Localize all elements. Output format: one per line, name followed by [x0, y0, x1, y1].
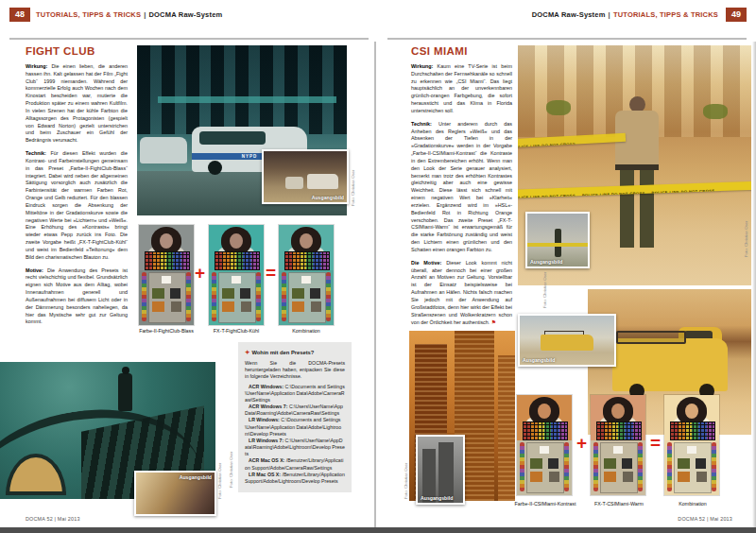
colour-dot-strip [638, 442, 643, 491]
header-divider: | [606, 10, 613, 19]
test-chart-board [218, 272, 256, 323]
preset-path-entry: LR Windows: C:\Documents and Settings\Us… [245, 417, 345, 438]
paragraph-wirkung: Wirkung: Die einen lieben, die anderen h… [26, 63, 128, 145]
colour-dot-strip [186, 272, 191, 321]
colour-checker-card [596, 421, 642, 440]
inset-caption: Ausgangsbild [312, 195, 344, 200]
test-chart-board [674, 442, 712, 493]
buildings-silhouette [137, 45, 347, 134]
running-header-left: TUTORIALS, TIPPS & TRICKS|DOCMA Raw-Syst… [36, 10, 222, 19]
preset-path-entry: ACR Windows: C:\Documents and Settings\U… [245, 384, 345, 404]
paragraph-wirkung: Wirkung: Kaum eine TV-Serie ist beim Dur… [411, 63, 512, 115]
running-header-right: DOCMA Raw-System|TUTORIALS, TIPPS & TRIC… [532, 10, 718, 19]
article-end-flag-icon: ⚑ [491, 319, 496, 325]
paragraph-motive: Motive: Die Anwendung des Presets ist re… [26, 267, 128, 327]
colour-checker-card [145, 251, 190, 270]
sample-face [300, 233, 313, 249]
paragraph-technik: Technik: Für diesen Effekt wurden die Ko… [26, 150, 128, 261]
photo-credit: Foto: Christian Öser [351, 170, 355, 206]
spread-gutter [374, 42, 376, 527]
inset-street-original: Ausgangsbild [262, 149, 349, 204]
page-footer-right: DOCMA 52 | Mai 2013 [657, 516, 732, 522]
tree-foliage [703, 104, 728, 119]
inset-stairway-original: Ausgangsbild [134, 471, 216, 516]
photo-credit: Foto: Christian Öser [229, 452, 233, 488]
tree-foliage [546, 100, 571, 115]
inset-beach-original: Ausgangsbild [518, 314, 616, 367]
skyscraper [498, 355, 515, 501]
colour-checker-card [523, 421, 568, 440]
colour-checker-card [215, 251, 260, 270]
inset-caption: Ausgangsbild [530, 259, 562, 265]
photo-credit: Foto: Christian Öser [744, 221, 748, 257]
equals-icon: = [266, 263, 276, 284]
plus-icon: + [576, 433, 587, 454]
header-section-label: TUTORIALS, TIPPS & TRICKS [36, 10, 141, 19]
header-section-label: TUTORIALS, TIPPS & TRICKS [613, 10, 718, 19]
sample-farbe-ii-csimiami-kontrast [517, 395, 572, 495]
suv-window [199, 131, 266, 145]
inset-caption: Ausgangsbild [523, 357, 555, 363]
colour-dot-strip [593, 442, 598, 491]
sample-fx-t-fightclub-kuehl [209, 225, 264, 325]
sample-caption: Kombination [645, 501, 740, 507]
sample-caption: Kombination [259, 328, 353, 334]
equals-icon: = [650, 433, 661, 454]
awning-strip [158, 96, 336, 103]
presets-bullet-icon: ✦ [245, 349, 249, 355]
inset-skyscraper-scene [418, 437, 463, 503]
inset-caption: Ausgangsbild [421, 495, 453, 501]
sample-face [160, 233, 173, 249]
magazine-spread: 48 TUTORIALS, TIPPS & TRICKS|DOCMA Raw-S… [0, 0, 756, 533]
header-rule-right [387, 38, 747, 40]
sample-face [611, 404, 625, 419]
sample-face [230, 233, 243, 249]
truck-roof-rack [616, 331, 686, 344]
header-rule-left [9, 38, 369, 40]
body-text-column-left: Wirkung: Die einen lieben, die anderen h… [26, 63, 128, 332]
officer-pants [620, 170, 654, 248]
inset-suv [307, 174, 338, 189]
inset-skyscraper [438, 442, 454, 503]
page-number-badge-left: 48 [9, 8, 30, 22]
preset-path-entry: ACR Windows 7: C:\Users\UserName\AppData… [245, 404, 345, 417]
inset-caption: Ausgangsbild [180, 474, 212, 480]
page-edge-shadow [752, 42, 756, 527]
person-head [122, 367, 129, 374]
colour-dot-strip [212, 272, 216, 321]
preset-path-entry: LR Mac OS X: /Benutzer/Library/Applicati… [245, 472, 345, 485]
photo-credit: Foto: Christian Öser [404, 463, 408, 499]
inset-truck [541, 335, 593, 352]
sample-farbe-ii-fightclub-blass [139, 225, 194, 325]
presets-box-intro: Wenn Sie die DOCMA-Presets heruntergelad… [245, 360, 345, 381]
colour-dot-strip [667, 442, 672, 491]
person-silhouette [118, 373, 132, 411]
article-title-csi-miami: CSI MIAMI [411, 45, 468, 57]
inset-police-original: Ausgangsbild [525, 212, 590, 268]
inset-skyscrapers-original: Ausgangsbild [416, 435, 465, 505]
colour-dot-strip [564, 442, 569, 491]
test-chart-board [288, 272, 326, 323]
colour-checker-card [670, 421, 715, 440]
page-footer-left: DOCMA 52 | Mai 2013 [26, 516, 80, 522]
colour-dot-strip [142, 272, 146, 321]
colour-dot-strip [256, 272, 261, 321]
presets-box-heading: ✦Wohin mit den Presets? [245, 349, 345, 356]
preset-path-entry: LR Windows 7: C:\Users\UserName\AppData\… [245, 438, 345, 458]
colour-dot-strip [326, 272, 331, 321]
colour-dot-strip [520, 442, 524, 491]
police-sedan [140, 137, 187, 163]
colour-dot-strip [282, 272, 286, 321]
test-chart-board [526, 442, 564, 493]
header-system-label: DOCMA Raw-System [148, 10, 222, 19]
colour-dot-strip [712, 442, 716, 491]
article-title-fight-club: FIGHT CLUB [26, 45, 95, 57]
sample-fx-t-csimiami-warm [591, 395, 645, 495]
sample-kombination-right [664, 395, 719, 495]
header-system-label: DOCMA Raw-System [532, 10, 606, 19]
sample-face [538, 404, 551, 419]
truck-body [612, 338, 728, 391]
wheel [208, 161, 222, 175]
colour-checker-card [284, 251, 330, 270]
paragraph-technik: Technik: Unter anderem durch das Anheben… [411, 121, 512, 254]
